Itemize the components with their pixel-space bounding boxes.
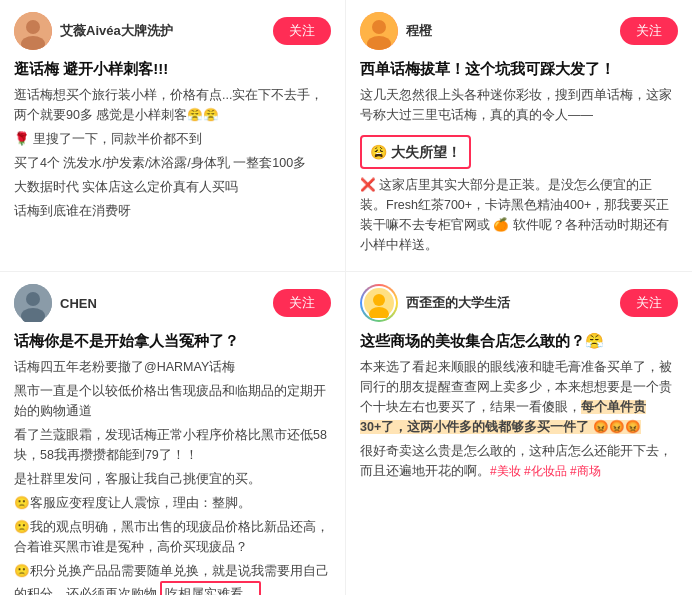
user-info-aivea: 艾薇Aivéa大牌洗护 [60,22,273,40]
card-title-aivea: 逛话梅 避开小样刺客!!! [14,58,331,79]
avatar-cheng [360,12,398,50]
card-aivea: 艾薇Aivéa大牌洗护 关注 逛话梅 避开小样刺客!!! 逛话梅想买个旅行装小样… [0,0,346,272]
card-content-chen: 话梅四五年老粉要撤了@HARMAY话梅 黑市一直是个以较低价格出售现疲品和临期品… [14,357,331,595]
card-title-cheng: 西单话梅拔草！这个坑我可踩大发了！ [360,58,678,79]
card-content-cheng: 这几天忽然很上头各种迷你彩妆，搜到西单话梅，这家号称大过三里屯话梅，真的真的令人… [360,85,678,255]
username-xiguai: 西歪歪的大学生活 [406,294,620,312]
tags-xiguai: #美妆 #化妆品 #商场 [490,464,601,478]
box-outline-chen: 吃相属实难看。 [160,581,261,595]
avatar-aivea [14,12,52,50]
follow-btn-aivea[interactable]: 关注 [273,17,331,45]
highlight-box-cheng: 😩 大失所望！ [360,135,471,169]
svg-point-1 [26,20,40,34]
card-chen: CHEN 关注 话梅你是不是开始拿人当冤种了？ 话梅四五年老粉要撤了@HARMA… [0,272,346,595]
follow-btn-cheng[interactable]: 关注 [620,17,678,45]
user-info-cheng: 程橙 [406,22,620,40]
card-header-aivea: 艾薇Aivéa大牌洗护 关注 [14,12,331,50]
card-title-xiguai: 这些商场的美妆集合店怎么敢的？😤 [360,330,678,351]
avatar-inner-xiguai [362,286,396,320]
card-header-xiguai: 西歪歪的大学生活 关注 [360,284,678,322]
card-content-aivea: 逛话梅想买个旅行装小样，价格有点...实在下不去手，两个就要90多 感觉是小样刺… [14,85,331,221]
username-cheng: 程橙 [406,22,620,40]
user-info-xiguai: 西歪歪的大学生活 [406,294,620,312]
card-cheng: 程橙 关注 西单话梅拔草！这个坑我可踩大发了！ 这几天忽然很上头各种迷你彩妆，搜… [346,0,692,272]
avatar-chen [14,284,52,322]
cards-grid: 艾薇Aivéa大牌洗护 关注 逛话梅 避开小样刺客!!! 逛话梅想买个旅行装小样… [0,0,692,595]
card-header-cheng: 程橙 关注 [360,12,678,50]
card-content-xiguai: 本来选了看起来顺眼的眼线液和睫毛膏准备买单了，被同行的朋友提醒查查网上卖多少，本… [360,357,678,481]
card-title-chen: 话梅你是不是开始拿人当冤种了？ [14,330,331,351]
svg-point-10 [373,294,385,306]
username-aivea: 艾薇Aivéa大牌洗护 [60,22,273,40]
avatar-xiguai [360,284,398,322]
follow-btn-xiguai[interactable]: 关注 [620,289,678,317]
highlight-text-xiguai: 每个单件贵30+了，这两小件多的钱都够多买一件了 😡😡😡 [360,400,646,434]
username-chen: CHEN [60,296,273,311]
user-info-chen: CHEN [60,296,273,311]
follow-btn-chen[interactable]: 关注 [273,289,331,317]
svg-point-7 [26,292,40,306]
card-xiguai: 西歪歪的大学生活 关注 这些商场的美妆集合店怎么敢的？😤 本来选了看起来顺眼的眼… [346,272,692,595]
card-header-chen: CHEN 关注 [14,284,331,322]
svg-point-4 [372,20,386,34]
